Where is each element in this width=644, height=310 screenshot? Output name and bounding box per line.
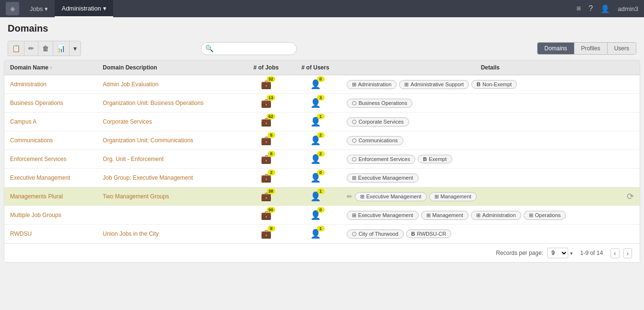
domain-name-link[interactable]: Campus A bbox=[10, 118, 36, 125]
domain-description-link[interactable]: Two Management Groups bbox=[103, 193, 169, 200]
users-count-icon[interactable]: 👤 1 bbox=[310, 229, 321, 239]
nav-item-jobs[interactable]: Jobs ▾ bbox=[23, 0, 55, 17]
edit-icon: ✏ bbox=[28, 45, 34, 52]
more-icon: ▾ bbox=[73, 45, 77, 52]
menu-icon[interactable]: ≡ bbox=[576, 4, 581, 13]
jobs-count-cell: 💼 38 bbox=[242, 187, 290, 206]
users-badge: 2 bbox=[317, 151, 325, 157]
toolbar-btn-group: 📋 ✏ 🗑 📊 ▾ bbox=[8, 41, 81, 56]
domain-description-link[interactable]: Org. Unit - Enforcement bbox=[103, 156, 164, 162]
users-count-icon[interactable]: 👤 0 bbox=[310, 79, 321, 90]
search-input[interactable] bbox=[201, 42, 297, 55]
jobs-count-icon[interactable]: 💼 5 bbox=[261, 135, 271, 146]
jobs-badge: 62 bbox=[267, 114, 275, 119]
domain-description-cell bbox=[97, 206, 242, 225]
domain-description-link[interactable]: Organization Unit: Communications bbox=[103, 137, 193, 144]
users-badge: 0 bbox=[317, 76, 325, 82]
users-count-icon[interactable]: 👤 1 bbox=[310, 116, 321, 127]
domain-name-link[interactable]: Business Operations bbox=[10, 100, 63, 106]
users-count-cell: 👤 0 bbox=[290, 75, 341, 94]
jobs-label: Jobs bbox=[30, 5, 43, 12]
domain-name-link[interactable]: Multiple Job Groups bbox=[10, 212, 61, 218]
jobs-count-icon[interactable]: 💼 90 bbox=[261, 210, 271, 220]
user-label[interactable]: admin3 bbox=[618, 0, 638, 17]
domain-description-link[interactable]: Admin Job Evaluation bbox=[103, 81, 158, 88]
users-count-icon[interactable]: 👤 1 bbox=[310, 191, 321, 202]
tab-profiles[interactable]: Profiles bbox=[574, 43, 608, 54]
domain-description-link[interactable]: Corporate Services bbox=[103, 118, 152, 125]
detail-tag[interactable]: ⊞ Administration bbox=[347, 80, 397, 89]
detail-tag[interactable]: ⬡ City of Thurwood bbox=[347, 230, 404, 239]
detail-tag[interactable]: ⬡ Enforcement Services bbox=[347, 155, 416, 164]
jobs-count-icon[interactable]: 💼 32 bbox=[261, 79, 271, 90]
jobs-count-icon[interactable]: 💼 62 bbox=[261, 116, 271, 127]
next-page-button[interactable]: › bbox=[623, 248, 632, 258]
help-icon[interactable]: ? bbox=[588, 4, 593, 13]
jobs-count-icon[interactable]: 💼 2 bbox=[261, 172, 271, 183]
jobs-count-icon[interactable]: 💼 13 bbox=[261, 98, 271, 108]
col-domain-name[interactable]: Domain Name ↑ bbox=[4, 60, 97, 75]
users-count-icon[interactable]: 👤 2 bbox=[310, 135, 321, 146]
records-per-page-select[interactable]: 9 25 50 bbox=[547, 248, 568, 258]
domain-name-cell: Executive Management bbox=[4, 169, 97, 187]
tab-users[interactable]: Users bbox=[608, 43, 636, 54]
jobs-badge: 90 bbox=[267, 207, 275, 213]
details-cell: ⬡ Corporate Services bbox=[341, 113, 640, 131]
more-button[interactable]: ▾ bbox=[70, 41, 81, 56]
jobs-count-icon[interactable]: 💼 9 bbox=[261, 229, 271, 239]
users-count-icon[interactable]: 👤 2 bbox=[310, 154, 321, 164]
domain-name-link[interactable]: Managements Plural bbox=[10, 193, 63, 200]
detail-tag[interactable]: ⊞ Executive Management bbox=[347, 211, 419, 220]
page-header: Domains bbox=[0, 17, 644, 38]
detail-tag[interactable]: B RWDSU-CR bbox=[406, 230, 452, 238]
domain-name-link[interactable]: RWDSU bbox=[10, 230, 32, 237]
search-box: 🔍 bbox=[201, 42, 297, 55]
detail-tag[interactable]: ⊞ Executive Management bbox=[347, 173, 419, 183]
detail-tag[interactable]: ⊞ Management bbox=[429, 192, 477, 201]
jobs-count-cell: 💼 8 bbox=[242, 150, 290, 169]
delete-icon: 🗑 bbox=[42, 45, 49, 52]
edit-button[interactable]: ✏ bbox=[24, 41, 38, 56]
jobs-count-cell: 💼 13 bbox=[242, 94, 290, 113]
detail-tag[interactable]: ⬡ Corporate Services bbox=[347, 117, 409, 126]
table-row: Enforcement ServicesOrg. Unit - Enforcem… bbox=[4, 150, 640, 169]
domain-name-cell: Campus A bbox=[4, 113, 97, 131]
col-domain-description: Domain Description bbox=[97, 60, 242, 75]
add-button[interactable]: 📋 bbox=[8, 41, 24, 56]
detail-tag[interactable]: B Exempt bbox=[418, 155, 452, 163]
jobs-count-icon[interactable]: 💼 8 bbox=[261, 154, 271, 164]
table-footer: Records per page: 9 25 50 ▾ 1-9 of 14 ‹ … bbox=[4, 243, 640, 262]
detail-tag[interactable]: ⊞ Administration bbox=[471, 211, 521, 220]
detail-tag[interactable]: ⊞ Administrative Support bbox=[399, 80, 469, 89]
row-edit-icon[interactable]: ✏ bbox=[347, 193, 352, 200]
users-count-icon[interactable]: 👤 0 bbox=[310, 172, 321, 183]
domain-description-cell: Organization Unit: Business Operations bbox=[97, 94, 242, 113]
logo[interactable]: ◈ bbox=[6, 2, 19, 15]
detail-tag[interactable]: ⊞ Operations bbox=[524, 211, 566, 220]
details-cell: ⊞ Executive Management⊞ Management⊞ Admi… bbox=[341, 206, 640, 225]
delete-button[interactable]: 🗑 bbox=[38, 41, 53, 56]
domain-name-link[interactable]: Communications bbox=[10, 137, 53, 144]
jobs-count-cell: 💼 9 bbox=[242, 225, 290, 243]
domain-name-link[interactable]: Administration bbox=[10, 81, 47, 88]
nav-item-administration[interactable]: Administration ▾ bbox=[55, 0, 113, 17]
detail-tag[interactable]: ⊞ Executive Management bbox=[355, 192, 427, 201]
detail-tag[interactable]: ⊞ Management bbox=[421, 211, 468, 220]
users-count-icon[interactable]: 👤 0 bbox=[310, 210, 321, 220]
domain-description-link[interactable]: Union Jobs in the City bbox=[103, 230, 159, 237]
detail-tag[interactable]: ⬡ Communications bbox=[347, 136, 403, 145]
users-badge: 2 bbox=[317, 132, 325, 138]
domain-description-link[interactable]: Organization Unit: Business Operations bbox=[103, 100, 203, 106]
users-count-cell: 👤 1 bbox=[290, 113, 341, 131]
chart-button[interactable]: 📊 bbox=[53, 41, 70, 56]
prev-page-button[interactable]: ‹ bbox=[610, 248, 619, 258]
users-count-icon[interactable]: 👤 3 bbox=[310, 98, 321, 108]
domain-name-link[interactable]: Enforcement Services bbox=[10, 156, 66, 162]
jobs-count-icon[interactable]: 💼 38 bbox=[261, 191, 271, 202]
domain-name-link[interactable]: Executive Management bbox=[10, 174, 70, 181]
detail-tag[interactable]: B Non-Exempt bbox=[471, 80, 517, 89]
domain-description-link[interactable]: Job Group: Executive Management bbox=[103, 174, 193, 181]
spinner-icon[interactable]: ⟳ bbox=[627, 191, 634, 202]
tab-domains[interactable]: Domains bbox=[538, 43, 574, 54]
detail-tag[interactable]: ⬡ Business Operations bbox=[347, 99, 413, 108]
